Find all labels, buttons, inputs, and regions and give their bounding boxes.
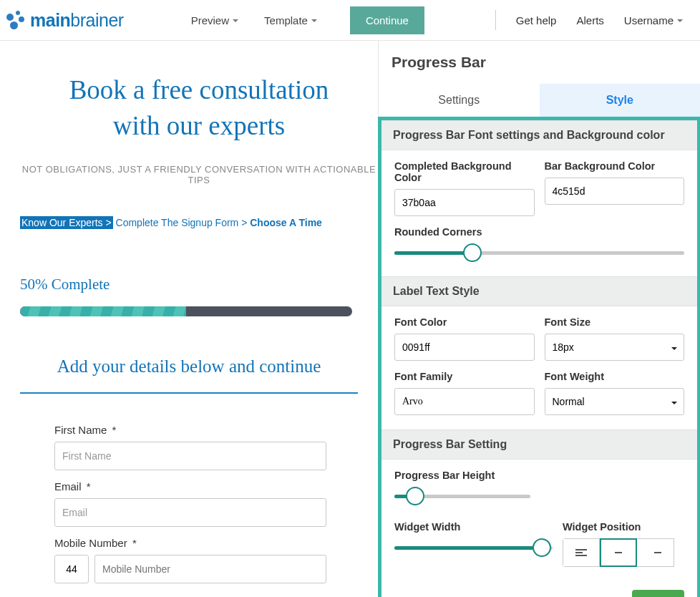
form-heading: Add your details below and continue [20,356,358,394]
email-label: Email * [54,480,356,492]
rounded-corners-slider[interactable] [394,243,684,262]
progress-bar [20,306,352,316]
font-color-input[interactable] [394,334,535,361]
get-help-link[interactable]: Get help [506,7,567,34]
breadcrumb-step-3[interactable]: Choose A Time [250,217,322,228]
mobile-label: Mobile Number * [54,537,356,549]
rounded-corners-label: Rounded Corners [394,226,684,238]
cancel-button[interactable]: Cancel [583,590,620,597]
chevron-down-icon [311,19,317,22]
tab-style[interactable]: Style [540,84,701,117]
panel-title: Progress Bar [379,41,700,71]
progress-label: 50% Complete [20,276,378,293]
logo-icon [6,9,27,31]
font-weight-label: Font Weight [545,371,685,382]
progress-fill [20,306,186,316]
widget-position-group [563,538,684,567]
properties-panel: Progress Bar Settings Style Progress Bar… [378,41,700,597]
breadcrumb: Know Our Experts > Complete The Signup F… [20,217,378,228]
nav-right: Get help Alerts Username [495,7,693,34]
breadcrumb-step-1[interactable]: Know Our Experts > [20,216,113,229]
style-tab-content: Progress Bar Font settings and Backgroun… [378,117,700,597]
font-family-input[interactable] [394,388,535,415]
bar-bg-input[interactable] [545,178,685,205]
completed-bg-label: Completed Background Color [394,160,535,183]
email-input[interactable] [54,498,326,527]
divider [495,10,496,30]
widget-width-label: Widget Width [394,521,553,533]
widget-width-slider[interactable] [394,538,553,557]
slider-thumb[interactable] [406,487,424,505]
align-right-button[interactable] [637,538,674,567]
bar-bg-label: Bar Background Color [545,160,685,172]
logo[interactable]: mainbrainer [6,9,124,31]
template-menu[interactable]: Template [254,7,327,34]
font-size-label: Font Size [545,316,685,328]
panel-actions: Cancel Save [381,581,697,597]
mobile-number-input[interactable] [94,555,326,583]
nav-center: Preview Template Continue [181,6,424,34]
slider-thumb[interactable] [533,538,551,557]
font-weight-select[interactable]: Normal [545,388,685,415]
alerts-link[interactable]: Alerts [566,7,613,34]
chevron-down-icon [233,19,238,22]
align-center-icon [613,549,624,556]
align-left-icon [575,549,587,556]
chevron-down-icon [677,19,683,22]
first-name-input[interactable] [54,442,326,470]
preview-menu[interactable]: Preview [181,7,248,34]
completed-bg-input[interactable] [394,189,535,216]
save-button[interactable]: Save [632,590,684,597]
continue-button[interactable]: Continue [350,6,424,34]
section-label-text-header: Label Text Style [381,276,697,306]
page-preview: Book a free consultationwith our experts… [0,41,378,597]
hero-subtext: NOT OBLIGATIONS, JUST A FRIENDLY CONVERS… [20,164,378,185]
font-size-select[interactable]: 18px [545,334,685,361]
section-bar-setting-header: Progress Bar Setting [381,429,697,460]
top-navbar: mainbrainer Preview Template Continue Ge… [0,0,700,41]
font-color-label: Font Color [394,316,535,328]
align-left-button[interactable] [563,538,600,567]
section-font-bg-header: Progress Bar Font settings and Backgroun… [381,120,697,150]
country-code-input[interactable] [54,555,89,583]
bar-height-slider[interactable] [394,487,530,505]
bar-height-label: Progress Bar Height [394,470,684,481]
first-name-label: First Name * [54,424,356,436]
panel-tabs: Settings Style [379,84,700,117]
signup-form: First Name * Email * Mobile Number * Sub… [20,394,356,597]
font-family-label: Font Family [394,371,535,382]
widget-position-label: Widget Position [563,521,684,533]
align-right-icon [650,549,661,556]
hero-title: Book a free consultationwith our experts [20,72,378,144]
breadcrumb-step-2[interactable]: Complete The Signup Form [116,217,239,228]
tab-settings[interactable]: Settings [379,84,540,117]
align-center-button[interactable] [600,538,637,567]
slider-thumb[interactable] [463,243,482,262]
username-menu[interactable]: Username [614,7,693,34]
